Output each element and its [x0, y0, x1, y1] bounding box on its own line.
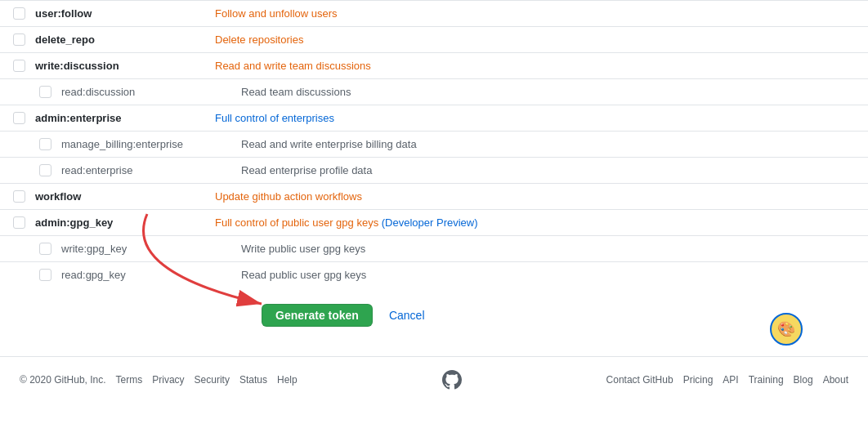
footer-pricing-link[interactable]: Pricing — [683, 374, 714, 386]
scope-checkbox-manage_billing_enterprise[interactable] — [39, 138, 51, 150]
scope-checkbox-workflow[interactable] — [13, 190, 25, 203]
scope-name-manage_billing_enterprise: manage_billing:enterprise — [61, 138, 241, 150]
scope-row-admin_enterprise: admin:enterpriseFull control of enterpri… — [0, 105, 868, 131]
footer-about-link[interactable]: About — [823, 374, 848, 386]
scope-name-workflow: workflow — [35, 190, 215, 203]
scope-checkbox-read_gpg_key[interactable] — [39, 269, 51, 281]
scope-checkbox-read_enterprise[interactable] — [39, 164, 51, 176]
footer-contact-link[interactable]: Contact GitHub — [606, 374, 673, 386]
scope-name-read_discussion: read:discussion — [61, 86, 241, 98]
scope-desc-read_discussion: Read team discussions — [241, 86, 351, 98]
footer-center — [442, 370, 462, 390]
footer-privacy-link[interactable]: Privacy — [152, 374, 184, 386]
scope-desc-manage_billing_enterprise: Read and write enterprise billing data — [241, 138, 417, 150]
scope-checkbox-user_follow[interactable] — [13, 7, 25, 20]
copyright: © 2020 GitHub, Inc. — [20, 374, 106, 386]
footer-api-link[interactable]: API — [723, 374, 738, 386]
scope-row-read_enterprise: read:enterpriseRead enterprise profile d… — [0, 157, 868, 183]
scope-desc-read_gpg_key: Read public user gpg keys — [241, 269, 366, 281]
footer-left: © 2020 GitHub, Inc. Terms Privacy Securi… — [20, 374, 298, 386]
scope-checkbox-read_discussion[interactable] — [39, 86, 51, 98]
scope-name-write_discussion: write:discussion — [35, 60, 215, 72]
scope-desc-workflow: Update github action workflows — [215, 190, 362, 203]
footer-blog-link[interactable]: Blog — [794, 374, 813, 386]
scope-desc-admin_enterprise: Full control of enterprises — [215, 112, 334, 124]
scope-name-user_follow: user:follow — [35, 7, 215, 20]
scope-row-delete_repo: delete_repoDelete repositories — [0, 26, 868, 52]
cancel-button[interactable]: Cancel — [383, 305, 432, 326]
footer-terms-link[interactable]: Terms — [116, 374, 143, 386]
scope-name-delete_repo: delete_repo — [35, 33, 215, 46]
avatar: 🎨 — [770, 313, 803, 346]
footer-training-link[interactable]: Training — [749, 374, 784, 386]
footer-help-link[interactable]: Help — [277, 374, 298, 386]
scope-desc-admin_gpg_key: Full control of public user gpg keys (De… — [215, 216, 478, 229]
generate-token-button[interactable]: Generate token — [262, 304, 373, 327]
scope-name-read_gpg_key: read:gpg_key — [61, 269, 241, 281]
scope-checkbox-admin_enterprise[interactable] — [13, 112, 25, 124]
scope-name-admin_gpg_key: admin:gpg_key — [35, 216, 215, 229]
scope-name-read_enterprise: read:enterprise — [61, 164, 241, 176]
footer-right: Contact GitHub Pricing API Training Blog… — [606, 374, 848, 386]
scope-row-workflow: workflowUpdate github action workflows — [0, 183, 868, 209]
scope-checkbox-delete_repo[interactable] — [13, 33, 25, 46]
scope-desc-write_discussion: Read and write team discussions — [215, 60, 371, 72]
scope-row-write_gpg_key: write:gpg_keyWrite public user gpg keys — [0, 235, 868, 261]
scope-row-manage_billing_enterprise: manage_billing:enterpriseRead and write … — [0, 131, 868, 157]
scope-row-read_gpg_key: read:gpg_keyRead public user gpg keys — [0, 261, 868, 288]
github-logo-icon — [442, 370, 462, 390]
scope-row-user_follow: user:followFollow and unfollow users — [0, 0, 868, 26]
scope-checkbox-write_gpg_key[interactable] — [39, 243, 51, 255]
scope-checkbox-write_discussion[interactable] — [13, 60, 25, 72]
footer-status-link[interactable]: Status — [239, 374, 267, 386]
scope-checkbox-admin_gpg_key[interactable] — [13, 216, 25, 229]
scope-row-write_discussion: write:discussionRead and write team disc… — [0, 52, 868, 78]
scope-desc-read_enterprise: Read enterprise profile data — [241, 164, 372, 176]
page-footer: © 2020 GitHub, Inc. Terms Privacy Securi… — [0, 356, 868, 403]
scope-desc-delete_repo: Delete repositories — [215, 33, 303, 46]
scope-name-admin_enterprise: admin:enterprise — [35, 112, 215, 124]
scope-desc-user_follow: Follow and unfollow users — [215, 7, 338, 20]
scope-desc-write_gpg_key: Write public user gpg keys — [241, 243, 365, 255]
footer-security-link[interactable]: Security — [195, 374, 230, 386]
scope-row-read_discussion: read:discussionRead team discussions — [0, 78, 868, 105]
scope-row-admin_gpg_key: admin:gpg_keyFull control of public user… — [0, 209, 868, 235]
scope-name-write_gpg_key: write:gpg_key — [61, 243, 241, 255]
